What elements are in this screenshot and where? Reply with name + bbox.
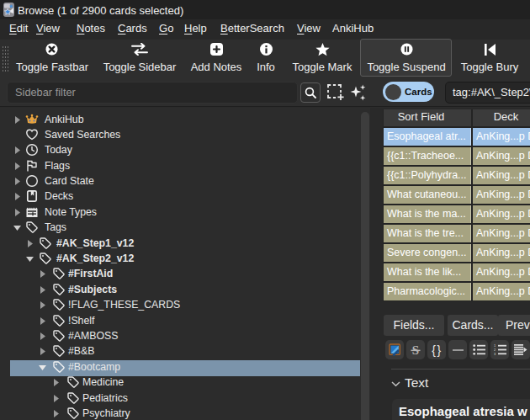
svg-text:3: 3 bbox=[494, 352, 496, 355]
